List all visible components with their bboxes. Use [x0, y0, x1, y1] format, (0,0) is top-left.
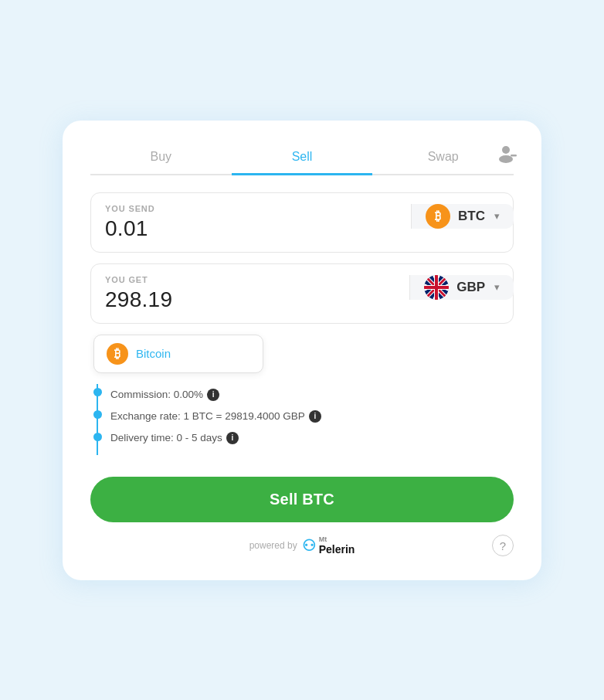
send-chevron-icon: ▾	[494, 210, 500, 222]
send-field-box: YOU SEND 0.01 ₿ BTC ▾	[90, 192, 514, 253]
send-label: YOU SEND	[105, 204, 411, 213]
commission-text: Commission: 0.00%	[110, 389, 203, 400]
timeline-dot-2	[93, 410, 102, 419]
get-value[interactable]: 298.19	[105, 287, 409, 312]
exchange-rate-row: Exchange rate: 1 BTC = 29819.4000 GBP i	[110, 406, 514, 427]
delivery-time-row: Delivery time: 0 - 5 days i	[110, 427, 514, 449]
commission-info-icon[interactable]: i	[207, 389, 219, 401]
get-field-box: YOU GET 298.19	[90, 263, 514, 324]
send-currency-selector[interactable]: ₿ BTC ▾	[411, 204, 514, 229]
tab-bar: Buy Sell Swap	[90, 142, 514, 175]
tab-buy[interactable]: Buy	[90, 142, 232, 175]
pelerin-icon: ⚇	[302, 536, 316, 555]
send-field-left: YOU SEND 0.01	[105, 204, 411, 241]
pelerin-logo: ⚇ Mt Pelerin	[302, 536, 355, 556]
tab-sell[interactable]: Sell	[232, 142, 373, 175]
get-chevron-icon: ▾	[494, 281, 500, 293]
sell-button[interactable]: Sell BTC	[90, 477, 514, 522]
powered-by-area: powered by ⚇ Mt Pelerin	[249, 536, 355, 556]
dropdown-bitcoin-label: Bitcoin	[136, 347, 171, 360]
get-field-left: YOU GET 298.19	[105, 275, 409, 312]
send-value[interactable]: 0.01	[105, 216, 411, 241]
footer: powered by ⚇ Mt Pelerin ?	[90, 536, 514, 556]
delivery-time-text: Delivery time: 0 - 5 days	[110, 432, 222, 443]
timeline-dot-1	[93, 388, 102, 396]
get-currency-selector[interactable]: GBP ▾	[409, 275, 514, 300]
exchange-rate-info-icon[interactable]: i	[309, 410, 321, 423]
mt-text: Mt	[319, 536, 355, 543]
timeline-line-col	[90, 384, 104, 455]
get-currency-label: GBP	[456, 280, 485, 295]
powered-by-text: powered by	[249, 540, 297, 551]
exchange-rate-text: Exchange rate: 1 BTC = 29819.4000 GBP	[110, 410, 305, 422]
commission-row: Commission: 0.00% i	[110, 384, 514, 406]
send-currency-label: BTC	[458, 209, 485, 224]
bitcoin-dropdown-option[interactable]: ₿ Bitcoin	[93, 335, 263, 373]
btc-icon: ₿	[426, 204, 450, 229]
main-card: Buy Sell Swap YOU SEND 0.01 ₿ BTC ▾ YOU …	[63, 121, 541, 580]
tab-swap[interactable]: Swap	[372, 142, 514, 175]
gbp-flag-icon	[424, 275, 449, 300]
send-section: YOU SEND 0.01 ₿ BTC ▾ YOU GET 298.19	[90, 192, 514, 324]
svg-rect-11	[424, 286, 449, 289]
help-button[interactable]: ?	[492, 535, 514, 556]
pelerin-name: Pelerin	[319, 543, 355, 556]
get-label: YOU GET	[105, 275, 409, 284]
timeline-dot-3	[93, 433, 102, 441]
timeline-content: Commission: 0.00% i Exchange rate: 1 BTC…	[104, 384, 514, 455]
info-timeline: Commission: 0.00% i Exchange rate: 1 BTC…	[90, 384, 514, 455]
delivery-info-icon[interactable]: i	[226, 432, 239, 444]
dropdown-btc-icon: ₿	[107, 343, 128, 365]
